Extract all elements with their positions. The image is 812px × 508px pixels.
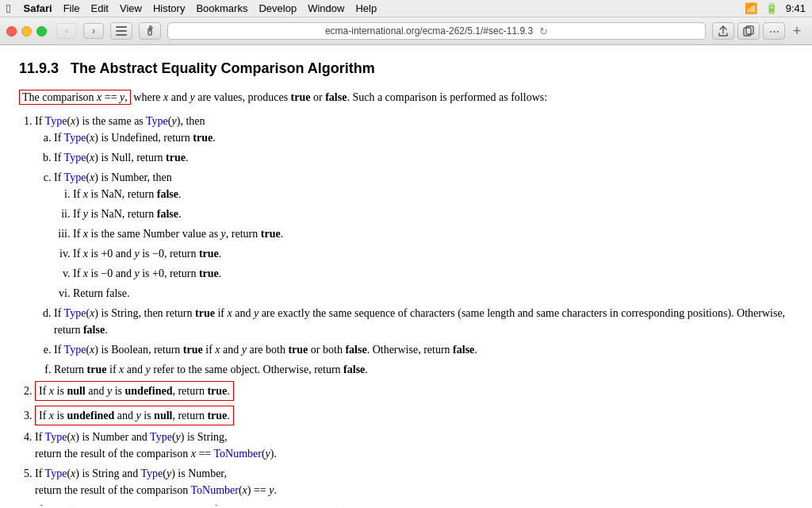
type-link[interactable]: Type: [45, 115, 67, 127]
sublist-a: If Type(x) is Undefined, return true. If…: [35, 129, 793, 378]
list-item: If Type(x) is Number and Type(y) is Stri…: [35, 429, 793, 462]
duplicate-tab-button[interactable]: [737, 22, 760, 40]
list-item: If Type(x) is Boolean, return true if x …: [54, 341, 793, 358]
list-item: If Type(x) is the same as Type(y), then …: [35, 113, 793, 378]
page-title: 11.9.3 The Abstract Equality Comparison …: [19, 58, 793, 79]
menu-develop[interactable]: Develop: [259, 2, 297, 14]
menu-edit[interactable]: Edit: [91, 2, 109, 14]
menu-help[interactable]: Help: [355, 2, 377, 14]
type-link[interactable]: Type: [150, 431, 172, 443]
list-item: If Type(x) is Number, then If x is NaN, …: [54, 169, 793, 302]
type-link[interactable]: Type: [45, 468, 67, 479]
type-link[interactable]: Type: [64, 152, 86, 164]
wifi-icon: 📶: [745, 2, 757, 14]
browser-chrome: ‹ › ecma-international.org/ecma-262/5.1/…: [0, 17, 812, 45]
svg-rect-0: [116, 26, 127, 28]
toolbar-right: ⋯ +: [712, 22, 806, 40]
list-item: If Type(x) is Undefined, return true.: [54, 129, 793, 146]
address-bar[interactable]: ecma-international.org/ecma-262/5.1/#sec…: [167, 22, 706, 40]
clock: 9:41: [786, 2, 806, 14]
page-content: 11.9.3 The Abstract Equality Comparison …: [0, 45, 812, 506]
list-item: If Type(x) is Null, return true.: [54, 149, 793, 166]
new-tab-button[interactable]: +: [788, 22, 806, 40]
list-item: If Type(x) is String and Type(y) is Numb…: [35, 465, 793, 498]
reload-icon[interactable]: ↻: [539, 25, 548, 37]
list-item: If x is −0 and y is +0, return true.: [73, 265, 793, 282]
sublist-roman: If x is NaN, return false. If y is NaN, …: [54, 186, 793, 302]
back-button[interactable]: ‹: [56, 23, 77, 39]
share-action-button[interactable]: [712, 22, 734, 40]
menu-history[interactable]: History: [153, 2, 185, 14]
list-item: If Type(x) is Boolean, return the result…: [35, 502, 793, 506]
list-item: Return false.: [73, 285, 793, 302]
menu-safari[interactable]: Safari: [23, 2, 52, 14]
menu-window[interactable]: Window: [308, 2, 344, 14]
tab-overview-button[interactable]: [110, 22, 132, 40]
share-button[interactable]: [139, 22, 161, 40]
tonumber-link[interactable]: ToNumber: [190, 484, 238, 496]
close-button[interactable]: [6, 26, 17, 37]
list-item: If x is the same Number value as y, retu…: [73, 225, 793, 242]
menu-bar-right: 📶 🔋 9:41: [745, 2, 806, 14]
svg-rect-2: [116, 34, 127, 36]
list-item-highlighted-3: If x is undefined and y is null, return …: [35, 404, 793, 425]
type-link[interactable]: Type: [45, 431, 67, 443]
svg-rect-1: [116, 30, 127, 32]
type-link-2[interactable]: Type: [146, 115, 168, 127]
type-link[interactable]: Type: [64, 132, 86, 144]
minimize-button[interactable]: [21, 26, 32, 37]
type-link[interactable]: Type: [45, 504, 67, 506]
list-item: If x is NaN, return false.: [73, 186, 793, 202]
traffic-lights: [6, 26, 47, 37]
menu-view[interactable]: View: [120, 2, 142, 14]
highlight-box-3: If x is undefined and y is null, return …: [35, 406, 234, 425]
tonumber-link[interactable]: ToNumber: [213, 448, 261, 460]
url-text: ecma-international.org/ecma-262/5.1/#sec…: [325, 25, 533, 37]
list-item: If x is +0 and y is −0, return true.: [73, 245, 793, 262]
list-item: Return true if x and y refer to the same…: [54, 361, 793, 378]
menu-bookmarks[interactable]: Bookmarks: [196, 2, 247, 14]
algorithm-list: If Type(x) is the same as Type(y), then …: [19, 113, 793, 506]
list-item-highlighted-2: If x is null and y is undefined, return …: [35, 381, 793, 401]
battery-icon: 🔋: [765, 2, 778, 14]
intro-highlighted-box: The comparison x == y,: [19, 90, 131, 105]
list-item: If y is NaN, return false.: [73, 206, 793, 222]
list-item: If Type(x) is String, then return true i…: [54, 305, 793, 338]
menu-bar:  Safari File Edit View History Bookmark…: [0, 0, 812, 17]
type-link[interactable]: Type: [64, 171, 86, 183]
extensions-button[interactable]: ⋯: [763, 22, 785, 40]
tonumber-link[interactable]: ToNumber: [290, 504, 338, 506]
type-link[interactable]: Type: [140, 468, 163, 479]
apple-menu[interactable]: : [6, 2, 10, 15]
section-number: 11.9.3: [19, 60, 67, 76]
intro-paragraph: The comparison x == y, where x and y are…: [19, 89, 793, 106]
highlight-box-2: If x is null and y is undefined, return …: [35, 381, 234, 401]
menu-file[interactable]: File: [63, 2, 80, 14]
fullscreen-button[interactable]: [36, 26, 47, 37]
type-link[interactable]: Type: [64, 307, 86, 319]
type-link[interactable]: Type: [64, 344, 86, 356]
forward-button[interactable]: ›: [83, 23, 104, 39]
